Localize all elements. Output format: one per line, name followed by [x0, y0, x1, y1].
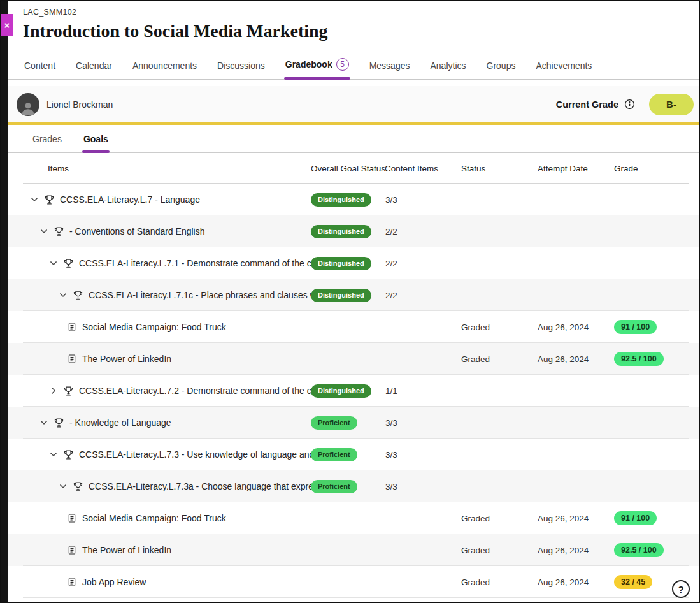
- trophy-icon: [54, 226, 64, 237]
- goal-label: CCSS.ELA-Literacy.L.7 - Language: [60, 194, 200, 205]
- grade-pill: 91 / 100: [614, 511, 657, 526]
- goal-status-cell: Proficient: [311, 480, 383, 493]
- nav-tab-label: Announcements: [132, 61, 197, 71]
- column-header-status: Status: [461, 164, 538, 173]
- goal-status-cell: Proficient: [311, 416, 383, 430]
- content-items-cell: 3/3: [383, 450, 461, 460]
- content-item-link[interactable]: Social Media Campaign: Food Truck: [82, 322, 226, 332]
- main-content: LAC_SMM102 Introduction to Social Media …: [8, 1, 699, 602]
- content-item-link[interactable]: The Power of LinkedIn: [82, 354, 171, 364]
- table-row: CCSS.ELA-Literacy.L.7.3a - Choose langua…: [8, 470, 699, 502]
- grades-goals-tabs: GradesGoals: [8, 125, 699, 153]
- nav-tab-analytics[interactable]: Analytics: [429, 53, 467, 79]
- grade-cell: 91 / 100: [614, 320, 699, 335]
- current-grade-info-button[interactable]: [624, 99, 635, 110]
- goal-status-cell: Distinguished: [311, 289, 383, 302]
- help-button[interactable]: ?: [672, 580, 690, 598]
- grade-pill: 91 / 100: [614, 320, 657, 335]
- column-header-overall-goal-status: Overall Goal Status: [311, 164, 383, 173]
- chevron-right-icon[interactable]: [48, 386, 59, 396]
- items-cell: The Power of LinkedIn: [8, 545, 311, 555]
- nav-tab-achievements[interactable]: Achievements: [534, 53, 593, 79]
- close-panel-button[interactable]: ×: [1, 14, 13, 36]
- goal-label: - Conventions of Standard English: [69, 226, 204, 236]
- column-header-attempt-date: Attempt Date: [538, 164, 614, 173]
- subtab-grades[interactable]: Grades: [31, 125, 63, 152]
- goal-label: CCSS.ELA-Literacy.L.7.3 - Use knowledge …: [79, 449, 311, 460]
- goal-status-cell: Distinguished: [311, 384, 383, 398]
- table-row: The Power of LinkedIn Graded Aug 26, 202…: [8, 343, 699, 375]
- student-name: Lionel Brockman: [46, 99, 556, 110]
- items-cell: Social Media Campaign: Food Truck: [8, 513, 311, 523]
- current-grade-value: B-: [666, 99, 676, 110]
- student-avatar: [17, 93, 39, 116]
- status-cell: Graded: [461, 323, 538, 332]
- attempt-date-cell: Aug 26, 2024: [538, 578, 614, 587]
- nav-tab-content[interactable]: Content: [23, 53, 57, 79]
- table-row: Social Media Campaign: Food Truck Graded…: [8, 502, 699, 534]
- course-header: LAC_SMM102 Introduction to Social Media …: [8, 1, 699, 41]
- table-row: CCSS.ELA-Literacy.L.7.2 - Demonstrate co…: [8, 375, 699, 407]
- items-cell: The Power of LinkedIn: [8, 354, 311, 364]
- nav-tab-messages[interactable]: Messages: [368, 53, 411, 79]
- trophy-icon: [63, 449, 74, 460]
- goal-status-badge: Proficient: [311, 480, 357, 493]
- nav-tab-discussions[interactable]: Discussions: [216, 53, 266, 79]
- chevron-down-icon[interactable]: [39, 226, 49, 236]
- goal-status-badge: Proficient: [311, 416, 357, 430]
- collapsed-side-panel: [1, 1, 8, 602]
- content-items-cell: 3/3: [383, 418, 461, 428]
- content-items-cell: 3/3: [383, 195, 461, 205]
- nav-tab-groups[interactable]: Groups: [485, 53, 517, 79]
- chevron-down-icon[interactable]: [48, 449, 59, 460]
- current-grade-pill[interactable]: B-: [649, 94, 694, 115]
- nav-tab-gradebook[interactable]: Gradebook5: [284, 50, 350, 79]
- trophy-icon: [73, 290, 83, 301]
- subtab-goals[interactable]: Goals: [82, 125, 110, 152]
- current-grade-label: Current Grade: [556, 99, 618, 110]
- nav-tab-label: Gradebook: [285, 59, 332, 69]
- goals-table-body: CCSS.ELA-Literacy.L.7 - Language Disting…: [8, 184, 699, 602]
- goal-status-badge: Proficient: [311, 448, 357, 461]
- close-icon: ×: [4, 20, 10, 31]
- nav-tab-calendar[interactable]: Calendar: [75, 53, 113, 79]
- content-item-link[interactable]: Job App Review: [82, 577, 146, 587]
- nav-tab-label: Calendar: [76, 61, 112, 71]
- course-title: Introduction to Social Media Marketing: [23, 21, 683, 41]
- content-item-link[interactable]: The Power of LinkedIn: [82, 545, 171, 555]
- student-bar: Lionel Brockman Current Grade B-: [8, 86, 699, 122]
- items-cell: CCSS.ELA-Literacy.L.7.2 - Demonstrate co…: [8, 386, 311, 396]
- content-items-cell: 3/3: [383, 482, 461, 491]
- items-cell: CCSS.ELA-Literacy.L.7 - Language: [8, 194, 311, 205]
- grade-pill: 32 / 45: [614, 575, 652, 590]
- items-cell: CCSS.ELA-Literacy.L.7.3 - Use knowledge …: [8, 449, 311, 460]
- nav-tab-announcements[interactable]: Announcements: [131, 53, 198, 79]
- document-icon: [67, 513, 77, 523]
- gradebook-count-badge: 5: [336, 58, 349, 71]
- goal-status-cell: Distinguished: [311, 257, 383, 270]
- chevron-down-icon[interactable]: [58, 290, 68, 300]
- nav-tab-label: Messages: [369, 61, 410, 71]
- content-item-link[interactable]: Social Media Campaign: Food Truck: [82, 513, 226, 523]
- column-header-content-items: Content Items: [383, 164, 461, 173]
- table-row: Job App Review Graded Aug 26, 2024 32 / …: [8, 566, 699, 598]
- chevron-down-icon[interactable]: [39, 418, 49, 428]
- document-icon: [67, 322, 77, 332]
- nav-tab-label: Content: [24, 61, 55, 71]
- goal-label: CCSS.ELA-Literacy.L.7.3a - Choose langua…: [89, 481, 311, 491]
- goal-status-badge: Distinguished: [311, 289, 371, 302]
- chevron-down-icon[interactable]: [29, 194, 39, 205]
- chevron-down-icon[interactable]: [58, 481, 68, 491]
- goal-status-badge: Distinguished: [311, 257, 371, 270]
- grade-cell: 92.5 / 100: [614, 543, 699, 558]
- items-cell: CCSS.ELA-Literacy.L.7.1 - Demonstrate co…: [8, 258, 311, 269]
- trophy-icon: [44, 194, 55, 205]
- goal-status-cell: Proficient: [311, 448, 383, 461]
- table-row: CCSS.ELA-Literacy.L.7 - Language Disting…: [8, 184, 699, 215]
- nav-tab-label: Analytics: [430, 61, 466, 71]
- chevron-down-icon[interactable]: [48, 258, 59, 268]
- items-cell: CCSS.ELA-Literacy.L.7.1c - Place phrases…: [8, 290, 311, 301]
- items-cell: - Knowledge of Language: [8, 418, 311, 428]
- goal-status-cell: Distinguished: [311, 193, 383, 207]
- status-cell: Graded: [461, 514, 538, 523]
